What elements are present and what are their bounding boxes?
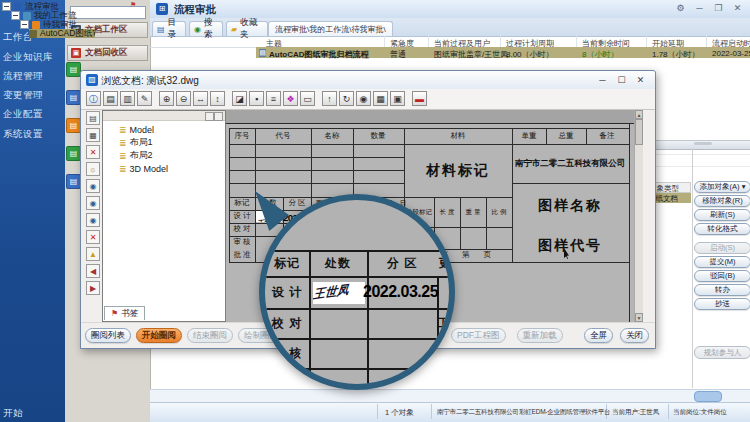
module-blue-icon[interactable]: ▤ (66, 90, 81, 105)
fit-height-icon[interactable]: ↕ (210, 91, 225, 106)
mag-approve: 批准 (274, 373, 300, 390)
review-list-button[interactable]: 圈阅列表 (85, 328, 131, 343)
frame-view-icon[interactable]: ▣ (390, 91, 405, 106)
tab-search[interactable]: ◉ 搜索 (189, 21, 223, 36)
layers-icon[interactable]: ≡ (266, 91, 281, 106)
horizontal-scrollbar[interactable] (150, 389, 750, 403)
delete-icon[interactable]: ✕ (86, 145, 100, 159)
tb-scale: 比 例 (492, 208, 507, 217)
collapse-icon[interactable] (11, 11, 20, 20)
tab-catalog[interactable]: ▤ 目录 (152, 21, 186, 36)
layout-tree-item[interactable]: ≣布局2 (105, 149, 223, 162)
maximize-icon[interactable]: ❐ (712, 2, 725, 15)
seal-2-icon[interactable]: ◉ (86, 196, 100, 210)
bands-icon[interactable]: ▬ (412, 91, 427, 106)
shade-icon[interactable]: ◪ (232, 91, 247, 106)
module-green-2-icon[interactable]: ▤ (66, 146, 81, 161)
window-view-icon[interactable]: ▭ (300, 91, 315, 106)
scrollbar-thumb[interactable] (694, 391, 722, 402)
maximize-icon[interactable]: ☐ (615, 74, 628, 87)
dialog-titlebar[interactable]: ▨ 浏览文档: 测试32.dwg ─ ☐ ✕ (81, 71, 655, 90)
pin-icon[interactable]: ⚑ (130, 1, 136, 9)
start-review-button[interactable]: 开始圈阅 (136, 328, 182, 343)
doc-recycle-button[interactable]: ▣ 文档回收区 (67, 45, 148, 61)
doc-recycle-icon: ▣ (71, 48, 81, 58)
collapse-icon[interactable] (20, 20, 29, 29)
sidebar-item-knowledge[interactable]: 企业知识库 (3, 51, 53, 64)
viewer-side-icons: ▤▦✕☼◉◉◉✕▲◀▶ (84, 111, 102, 298)
cc-button[interactable]: 抄送 (694, 298, 750, 310)
close-dialog-button[interactable]: 关闭 (620, 328, 649, 343)
layout-tree-item[interactable]: ≣Model (105, 123, 223, 136)
zoom-out-icon[interactable]: ⊖ (176, 91, 191, 106)
image-view-icon[interactable]: ▦ (373, 91, 388, 106)
viewer-scrollbar[interactable]: ▲ ▼ (634, 110, 643, 322)
seal-1-icon[interactable]: ◉ (86, 179, 100, 193)
fullscreen-button[interactable]: 全屏 (584, 328, 613, 343)
markup-pen-icon[interactable]: ✎ (137, 91, 152, 106)
minimize-icon[interactable]: ─ (596, 74, 609, 87)
close-icon[interactable]: ✕ (731, 2, 744, 15)
module-green-icon[interactable]: ▤ (66, 62, 81, 77)
tb-zone: 分 区 (288, 198, 305, 208)
print-icon[interactable]: ▥ (120, 91, 135, 106)
pdf-buttons: PDF工程图重新加载 (451, 328, 563, 343)
module-orange-icon[interactable]: ▤ (66, 118, 81, 133)
module-blue-2-icon[interactable]: ▤ (66, 174, 81, 189)
tab-favorites[interactable]: ▰ 收藏夹 (226, 21, 268, 36)
breadcrumb[interactable]: 流程审批\我的工作流\待我审批\ (268, 21, 393, 36)
tree-panel-header (103, 111, 225, 121)
panel-pin-icon[interactable] (205, 112, 214, 121)
start-button[interactable]: 开始 (3, 407, 23, 420)
info-icon[interactable]: ⓘ (86, 91, 101, 106)
bookmark-tab[interactable]: ⚑ 书签 (104, 306, 145, 320)
workspace-module-icons: ▤▤▤▤▤ (66, 62, 81, 202)
light-icon[interactable]: ☼ (86, 162, 100, 176)
close-icon[interactable]: ✕ (634, 74, 647, 87)
seal-3-icon[interactable]: ◉ (86, 213, 100, 227)
erase-icon[interactable]: ✕ (86, 230, 100, 244)
tree-item-pending-approval[interactable]: 待我审批 (20, 20, 77, 29)
node-icon (14, 3, 22, 11)
sidebar-item-settings[interactable]: 系统设置 (3, 128, 43, 141)
locate-icon[interactable]: ◉ (356, 91, 371, 106)
prev-icon[interactable]: ◀ (86, 264, 100, 278)
tree-item-selected-workflow[interactable]: AutoCAD图纸审批归档流程 (29, 29, 95, 38)
warning-icon[interactable]: ▲ (86, 247, 100, 261)
zoom-in-icon[interactable]: ⊕ (159, 91, 174, 106)
sidebar-item-change[interactable]: 变更管理 (3, 89, 43, 102)
collapse-icon[interactable] (2, 2, 11, 11)
layout-tree-item[interactable]: ≣布局1 (105, 136, 223, 149)
point-icon[interactable]: ▪ (249, 91, 264, 106)
palette-icon[interactable]: ❖ (283, 91, 298, 106)
minimize-icon[interactable]: ─ (693, 2, 706, 15)
convert-format-button[interactable]: 转化格式 (694, 223, 750, 235)
panel-close-icon[interactable] (214, 112, 223, 121)
tb-col-remark: 备注 (600, 131, 615, 141)
fit-width-icon[interactable]: ↔ (193, 91, 208, 106)
scroll-down-icon[interactable]: ▼ (635, 313, 643, 322)
layout-icon: ≣ (119, 138, 127, 148)
submit-button[interactable]: 提交(M) (694, 256, 750, 268)
rotate-icon[interactable]: ↻ (339, 91, 354, 106)
page-up-icon[interactable]: ↑ (322, 91, 337, 106)
layout-tree: ≣Model≣布局1≣布局2≣3D Model (105, 123, 223, 175)
tb-col-unit-weight: 单重 (522, 131, 537, 141)
sidebar-item-process[interactable]: 流程管理 (3, 70, 43, 83)
tb-check: 校 对 (233, 224, 250, 234)
document-icon: ▤ (259, 49, 266, 57)
scroll-up-icon[interactable]: ▲ (635, 110, 643, 119)
sheet-icon[interactable]: ▤ (86, 111, 100, 125)
add-object-button[interactable]: 添加对象(A) ▾ (694, 181, 750, 193)
sidebar-item-config[interactable]: 企业配置 (3, 108, 43, 121)
reject-button[interactable]: 驳回(B) (694, 270, 750, 282)
transfer-button[interactable]: 转办 (694, 284, 750, 296)
next-icon[interactable]: ▶ (86, 281, 100, 295)
layout-tree-item[interactable]: ≣3D Model (105, 162, 223, 175)
refresh-button[interactable]: 刷新(S) (694, 209, 750, 221)
remove-object-button[interactable]: 移除对象(R) (694, 195, 750, 207)
preview-icon[interactable]: ▤ (103, 91, 118, 106)
capture-icon[interactable]: ▦ (86, 128, 100, 142)
viewer-scroll-thumb[interactable] (635, 119, 643, 145)
settings-icon[interactable]: ⚙ (674, 2, 687, 15)
